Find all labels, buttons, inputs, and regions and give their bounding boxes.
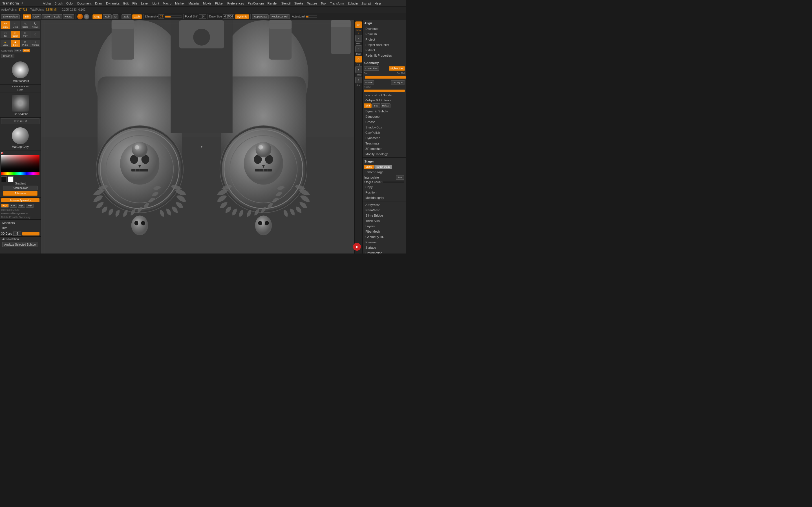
menu-layer[interactable]: Layer <box>139 1 151 6</box>
thick-skin[interactable]: Thick Skin <box>363 218 405 223</box>
quick-tool[interactable]: ⬡ Quick <box>10 31 20 38</box>
hue-bar[interactable] <box>1 172 40 175</box>
switch-color-btn[interactable]: SwitchColor <box>3 186 38 190</box>
poly-tool[interactable]: ⬡ Poly <box>20 31 30 38</box>
menu-transform[interactable]: Transform <box>328 1 346 6</box>
title-refresh-icon[interactable]: ↺ <box>20 2 23 5</box>
dynamesh[interactable]: DynaMesh <box>363 135 405 140</box>
del-higher-btn[interactable]: Del Higher <box>391 80 405 84</box>
preview[interactable]: Preview <box>363 240 405 245</box>
analyze-subtool-btn[interactable]: Analyze Selected Subtool <box>2 242 38 247</box>
fiber-mesh[interactable]: FiberMesh <box>363 229 405 234</box>
menu-light[interactable]: Light <box>151 1 161 6</box>
axis-rotation-label[interactable]: Axis Rotation <box>1 237 40 241</box>
matcap-preview[interactable] <box>12 127 29 144</box>
use-posable-symmetry[interactable]: Use Posable Symmetry <box>1 212 40 216</box>
geo-slider[interactable] <box>365 76 406 78</box>
edgeloop[interactable]: EdgeLoop <box>363 114 405 119</box>
replay-last-rel-btn[interactable]: ReplayLastRel <box>269 14 290 19</box>
menu-macro[interactable]: Macro <box>161 1 173 6</box>
higher-res-btn[interactable]: Higher Res <box>389 66 405 71</box>
shadowbox[interactable]: ShadowBox <box>363 125 405 130</box>
switch-stage[interactable]: Switch Stage <box>363 170 405 175</box>
brp-icon-btn[interactable]: BrP <box>355 21 362 28</box>
ptsel-tool[interactable]: ⊡ Pt Sel <box>20 40 30 47</box>
menu-texture[interactable]: Texture <box>305 1 319 6</box>
draw-btn[interactable]: Draw <box>32 14 42 19</box>
copy-item[interactable]: Copy <box>363 184 405 189</box>
target-stage-btn[interactable]: Target Stage <box>374 165 392 169</box>
menu-stroke[interactable]: Stroke <box>293 1 305 6</box>
rotate-tool[interactable]: ↻ Rotate <box>31 21 40 29</box>
info-label[interactable]: Info <box>1 225 40 230</box>
crease[interactable]: Crease <box>363 119 405 124</box>
collapse-grp[interactable]: Collapse GrP to Levels <box>363 98 405 103</box>
distribute-item[interactable]: Distribute <box>363 26 405 31</box>
mesh-integrity-item[interactable]: MeshIntegrity <box>363 195 405 200</box>
redshift-props-item[interactable]: Redshift Properties <box>363 53 405 58</box>
stages-track[interactable] <box>383 181 404 183</box>
menu-brush[interactable]: Brush <box>53 1 64 6</box>
claypolish[interactable]: ClayPolish <box>363 130 405 135</box>
menu-preferences[interactable]: Preferences <box>225 1 246 6</box>
menu-pavcustom[interactable]: PavCustom <box>246 1 266 6</box>
menu-stencil[interactable]: Stencil <box>280 1 292 6</box>
menu-picker[interactable]: Picker <box>213 1 225 6</box>
activate-symmetry-btn[interactable]: Activate Symmetry <box>1 198 40 202</box>
lower-res-btn[interactable]: Lower Res <box>364 66 379 71</box>
subscribe-btn[interactable]: ▶ <box>353 243 361 251</box>
solo-view-btn[interactable]: S <box>355 76 362 83</box>
menu-movie[interactable]: Movie <box>201 1 213 6</box>
menu-zplugin[interactable]: Zplugin <box>346 1 359 6</box>
brush-preview-sphere[interactable] <box>12 61 29 78</box>
zadd-btn[interactable]: Zadd <box>121 14 132 19</box>
extra-tool[interactable]: ⬡ <box>31 31 40 38</box>
relax-btn[interactable]: Relax <box>380 103 391 108</box>
menu-draw[interactable]: Draw <box>93 1 104 6</box>
project-basrelief-item[interactable]: Project BasRelief <box>363 42 405 47</box>
copy3d-value[interactable]: 5 <box>13 231 21 236</box>
viewport[interactable] <box>41 20 362 253</box>
alternate-btn[interactable]: Alternate <box>3 191 38 196</box>
menu-material[interactable]: Material <box>187 1 201 6</box>
dynamic-btn[interactable]: Dynamic <box>235 14 249 19</box>
menu-edit[interactable]: Edit <box>121 1 130 6</box>
modify-topology[interactable]: Modify Topology <box>363 152 405 157</box>
setdir-btn[interactable]: SetDir <box>14 49 22 52</box>
m-btn[interactable]: M <box>112 14 119 19</box>
persp-btn[interactable]: P <box>355 35 362 42</box>
menu-help[interactable]: Help <box>373 1 383 6</box>
transp-btn[interactable]: T <box>355 66 362 73</box>
alpha-preview[interactable] <box>12 95 29 112</box>
white-swatch[interactable] <box>8 176 13 182</box>
remesh-item[interactable]: Remesh <box>363 32 405 37</box>
black-swatch[interactable] <box>1 176 7 182</box>
live-boolean-btn[interactable]: Live Boolean <box>1 14 20 19</box>
tranup-tool[interactable]: ↑ Tranup <box>31 40 40 47</box>
menu-dynamics[interactable]: Dynamics <box>104 1 121 6</box>
suv-btn[interactable]: Suv <box>372 103 380 108</box>
solo-tool[interactable]: ◉ Solo <box>10 40 20 47</box>
adjust-last-track[interactable] <box>306 15 317 18</box>
menu-file[interactable]: File <box>131 1 139 6</box>
rotate-btn[interactable]: Rotate <box>63 14 74 19</box>
geometry-hd[interactable]: Geometry HD <box>363 234 405 239</box>
fast-btn[interactable]: Fast <box>396 175 404 180</box>
menu-document[interactable]: Document <box>75 1 93 6</box>
array-mesh[interactable]: ArrayMesh <box>363 202 405 207</box>
draw-tool[interactable]: ✏ Draw <box>1 21 10 29</box>
scale-tool[interactable]: ⤡ Scale <box>20 21 30 29</box>
reconstruct-subdiv[interactable]: Reconstruct Subdiv <box>363 93 405 98</box>
freeze-btn[interactable]: Freeze <box>364 80 374 84</box>
menu-tool[interactable]: Tool <box>319 1 328 6</box>
sym-x-btn[interactable]: +X< <box>1 204 9 208</box>
surface[interactable]: Surface <box>363 245 405 250</box>
delete-posable-symmetry[interactable]: Delete Posable Symmetry <box>1 216 40 219</box>
z-intensity-track[interactable] <box>165 15 182 18</box>
zremesher[interactable]: ZRemesher <box>363 146 405 151</box>
zb-tool[interactable]: ⬡ ZBr <box>1 31 10 38</box>
sym-y-btn[interactable]: +Y< <box>10 204 17 208</box>
layers[interactable]: Layers <box>363 224 405 229</box>
extract-item[interactable]: Extract <box>363 48 405 53</box>
sym-m-btn[interactable]: >M< <box>26 204 34 208</box>
